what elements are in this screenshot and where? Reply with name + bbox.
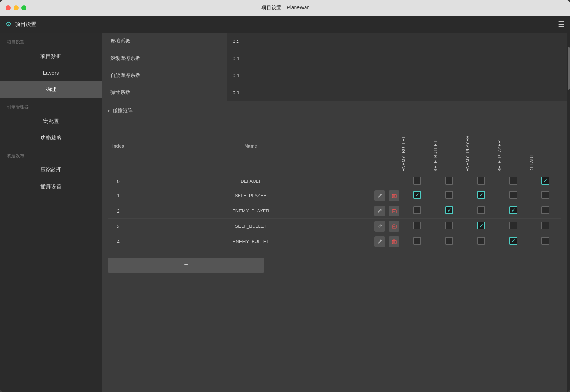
- matrix-checkbox[interactable]: [509, 237, 517, 245]
- matrix-checkbox[interactable]: [445, 177, 453, 185]
- sidebar-section-1-label: 项目设置: [0, 33, 102, 48]
- edit-layer-button[interactable]: [374, 190, 385, 201]
- property-row-rolling-friction: 滚动摩擦系数 0.1: [102, 50, 567, 67]
- right-scrollbar[interactable]: [567, 33, 570, 392]
- delete-layer-button[interactable]: [389, 190, 399, 201]
- sidebar-item-project-data[interactable]: 项目数据: [0, 48, 102, 65]
- matrix-delete-cell: [387, 188, 401, 203]
- matrix-checkbox[interactable]: [413, 237, 421, 245]
- minimize-button[interactable]: [14, 5, 19, 10]
- content-area: 项目设置 项目数据 Layers 物理 引擎管理器 宏配置 功能裁剪 构建发布 …: [0, 33, 570, 392]
- main-panel: 摩擦系数 0.5 滚动摩擦系数 0.1 自旋摩擦系数 0.1 弹性系数: [102, 33, 567, 392]
- window-controls: [6, 5, 26, 10]
- col-header-self-player: SELF_PLAYER: [497, 118, 529, 175]
- col-header-self-bullet-text: SELF_BULLET: [433, 140, 438, 172]
- matrix-checkbox-cell: [497, 234, 529, 249]
- matrix-checkbox-cell: [529, 175, 561, 188]
- matrix-checkbox[interactable]: [445, 191, 453, 199]
- matrix-header-row: Index Name ENEMY_BULLET SELF_BULLET: [108, 118, 561, 175]
- matrix-index-cell: 3: [108, 218, 129, 234]
- matrix-row: 1SELF_PLAYER: [108, 188, 561, 203]
- matrix-checkbox-cell: [529, 218, 561, 234]
- matrix-checkbox[interactable]: [477, 222, 485, 229]
- maximize-button[interactable]: [21, 5, 26, 10]
- matrix-delete-cell: [387, 218, 401, 234]
- matrix-edit-cell: [373, 188, 387, 203]
- matrix-checkbox-cell: [433, 203, 465, 218]
- matrix-checkbox-cell: [465, 218, 497, 234]
- svg-rect-0: [392, 194, 396, 198]
- sidebar-item-layers[interactable]: Layers: [0, 65, 102, 81]
- edit-layer-button[interactable]: [374, 206, 385, 216]
- matrix-checkbox[interactable]: [542, 191, 549, 199]
- matrix-checkbox[interactable]: [477, 177, 485, 185]
- col-header-enemy-player-text: ENEMY_PLAYER: [465, 135, 470, 172]
- matrix-checkbox[interactable]: [477, 237, 485, 245]
- col-header-default-text: DEFAULT: [529, 151, 534, 172]
- sidebar-item-feature-crop[interactable]: 功能裁剪: [0, 130, 102, 146]
- matrix-edit-cell: [373, 218, 387, 234]
- delete-layer-button[interactable]: [389, 236, 399, 247]
- sidebar: 项目设置 项目数据 Layers 物理 引擎管理器 宏配置 功能裁剪 构建发布 …: [0, 33, 102, 392]
- top-nav-left: ⚙ 项目设置: [6, 20, 36, 28]
- delete-layer-button[interactable]: [389, 206, 399, 216]
- friction-label: 摩擦系数: [102, 38, 227, 45]
- sidebar-item-splash-setting[interactable]: 插屏设置: [0, 179, 102, 195]
- matrix-checkbox[interactable]: [542, 222, 549, 229]
- sidebar-item-macro-config[interactable]: 宏配置: [0, 113, 102, 130]
- matrix-name-cell: ENEMY_PLAYER: [129, 203, 373, 218]
- matrix-name-cell: ENEMY_BULLET: [129, 234, 373, 249]
- svg-rect-1: [392, 210, 396, 213]
- hamburger-menu[interactable]: ☰: [558, 20, 564, 29]
- matrix-checkbox[interactable]: [509, 191, 517, 199]
- matrix-checkbox[interactable]: [413, 177, 421, 185]
- matrix-checkbox-cell: [497, 175, 529, 188]
- matrix-checkbox-cell: [465, 175, 497, 188]
- elasticity-value[interactable]: 0.1: [227, 84, 567, 101]
- friction-value[interactable]: 0.5: [227, 33, 567, 50]
- elasticity-label: 弹性系数: [102, 89, 227, 96]
- matrix-checkbox[interactable]: [413, 206, 421, 214]
- edit-layer-button[interactable]: [374, 221, 385, 232]
- matrix-checkbox[interactable]: [542, 237, 549, 245]
- matrix-row: 4ENEMY_BULLET: [108, 234, 561, 249]
- col-header-enemy-player: ENEMY_PLAYER: [465, 118, 497, 175]
- scrollbar-thumb: [568, 47, 570, 90]
- matrix-checkbox[interactable]: [445, 206, 453, 214]
- sidebar-item-physics[interactable]: 物理: [0, 81, 102, 98]
- sidebar-item-compress-texture[interactable]: 压缩纹理: [0, 162, 102, 179]
- collision-section: ▾ 碰撞矩阵 Index Name ENEMY_BULLET: [102, 104, 567, 278]
- col-header-default: DEFAULT: [529, 118, 561, 175]
- property-row-friction: 摩擦系数 0.5: [102, 33, 567, 50]
- index-header: Index: [108, 118, 129, 175]
- matrix-index-cell: 4: [108, 234, 129, 249]
- matrix-checkbox[interactable]: [509, 222, 517, 229]
- matrix-checkbox[interactable]: [477, 191, 485, 199]
- matrix-table: Index Name ENEMY_BULLET SELF_BULLET: [108, 118, 561, 249]
- col-header-enemy-bullet-text: ENEMY_BULLET: [401, 136, 406, 172]
- svg-rect-3: [392, 240, 396, 244]
- edit-layer-button[interactable]: [374, 236, 385, 247]
- rolling-friction-value[interactable]: 0.1: [227, 50, 567, 67]
- collision-header[interactable]: ▾ 碰撞矩阵: [102, 104, 567, 118]
- add-btn-container: +: [102, 255, 567, 278]
- matrix-checkbox[interactable]: [542, 206, 549, 214]
- matrix-checkbox[interactable]: [509, 206, 517, 214]
- sidebar-section-2-label: 引擎管理器: [0, 98, 102, 113]
- matrix-checkbox[interactable]: [445, 237, 453, 245]
- matrix-checkbox-cell: [433, 188, 465, 203]
- matrix-row: 3SELF_BULLET: [108, 218, 561, 234]
- delete-layer-button[interactable]: [389, 221, 399, 232]
- matrix-checkbox[interactable]: [445, 222, 453, 229]
- add-layer-button[interactable]: +: [108, 258, 264, 273]
- matrix-checkbox[interactable]: [509, 177, 517, 185]
- close-button[interactable]: [6, 5, 11, 10]
- matrix-container: Index Name ENEMY_BULLET SELF_BULLET: [102, 118, 567, 255]
- spin-friction-value[interactable]: 0.1: [227, 67, 567, 84]
- matrix-checkbox[interactable]: [413, 191, 421, 199]
- col-header-self-player-text: SELF_PLAYER: [497, 140, 502, 172]
- matrix-checkbox[interactable]: [542, 177, 549, 185]
- matrix-checkbox[interactable]: [413, 222, 421, 229]
- matrix-checkbox-cell: [529, 188, 561, 203]
- matrix-checkbox[interactable]: [477, 206, 485, 214]
